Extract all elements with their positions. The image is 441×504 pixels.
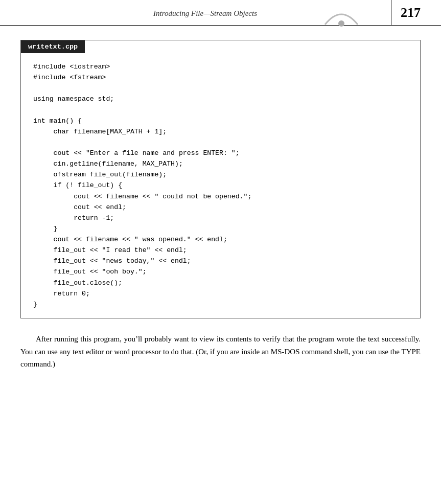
code-filename: writetxt.cpp [21,40,85,53]
header-decoration [321,4,362,31]
body-paragraph: After running this program, you’ll proba… [20,333,421,371]
svg-point-0 [338,20,344,27]
page-number: 217 [401,5,421,20]
header-right: 217 [391,0,421,25]
page-header: Introducing File—Stream Objects 217 [0,0,441,26]
code-box: writetxt.cpp #include <iostream> #includ… [20,40,421,318]
main-content: writetxt.cpp #include <iostream> #includ… [0,26,441,385]
page: Introducing File—Stream Objects 217 writ… [0,0,441,504]
code-content: #include <iostream> #include <fstream> u… [21,53,420,318]
header-divider [391,0,391,25]
